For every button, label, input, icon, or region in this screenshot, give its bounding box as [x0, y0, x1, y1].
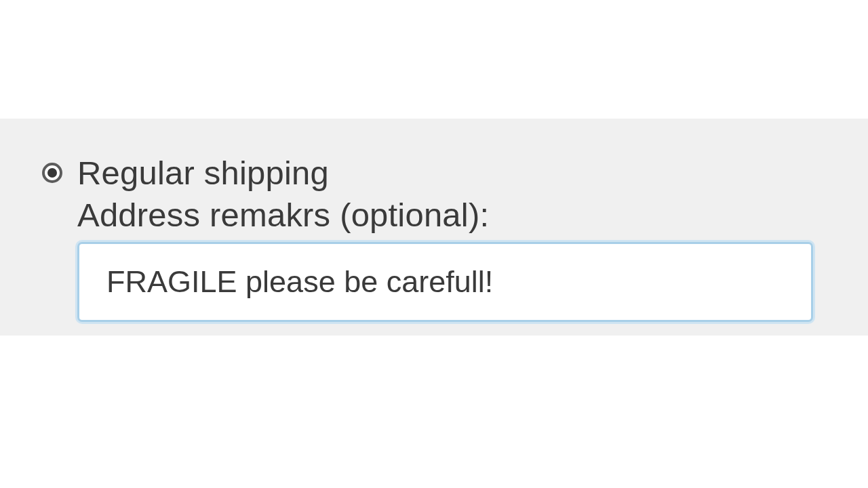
address-remarks-input[interactable]	[77, 242, 813, 322]
shipping-option-row[interactable]: Regular shipping	[42, 154, 841, 192]
radio-selected-icon[interactable]	[42, 163, 62, 183]
top-whitespace	[0, 0, 868, 119]
radio-dot-icon	[47, 168, 57, 178]
shipping-option-label: Regular shipping	[77, 154, 329, 192]
shipping-form-panel: Regular shipping Address remakrs (option…	[0, 119, 868, 336]
address-remarks-block: Address remakrs (optional):	[77, 196, 841, 322]
address-remarks-label: Address remakrs (optional):	[77, 196, 841, 234]
